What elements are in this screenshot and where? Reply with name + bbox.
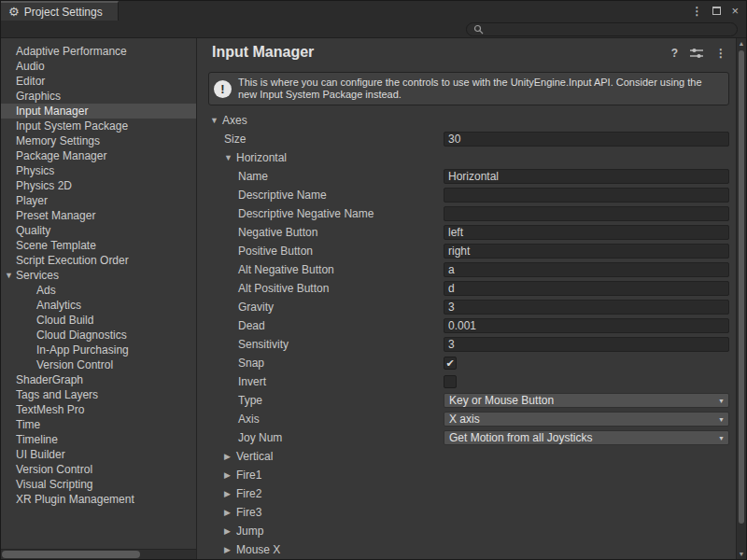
sidebar-item-input-system-package[interactable]: Input System Package (1, 119, 196, 133)
property-label[interactable]: Horizontal (236, 151, 287, 164)
property-label: Descriptive Name (238, 189, 327, 202)
sidebar-item-memory-settings[interactable]: Memory Settings (1, 133, 196, 148)
sidebar-item-ui-builder[interactable]: UI Builder (1, 447, 196, 462)
foldout-open-icon[interactable]: ▼ (224, 153, 236, 162)
property-label: Dead (238, 319, 265, 332)
property-label[interactable]: Jump (236, 525, 263, 538)
sidebar-item-shadergraph[interactable]: ShaderGraph (1, 372, 196, 387)
sidebar-item-cloud-build[interactable]: Cloud Build (1, 313, 196, 328)
panel-menu-icon[interactable]: ⋮ (715, 47, 726, 60)
foldout-closed-icon[interactable]: ▶ (224, 470, 236, 480)
tab-project-settings[interactable]: ⚙ Project Settings (1, 1, 119, 21)
foldout-closed-icon[interactable]: ▶ (224, 526, 236, 536)
property-label[interactable]: Axes (222, 114, 247, 127)
sidebar-item-preset-manager[interactable]: Preset Manager (1, 208, 196, 223)
sidebar-item-editor[interactable]: Editor (1, 74, 196, 89)
dropdown-value: Key or Mouse Button (449, 394, 554, 407)
sidebar-item-audio[interactable]: Audio (1, 59, 196, 74)
sidebar-item-visual-scripting[interactable]: Visual Scripting (1, 477, 196, 492)
sidebar-item-label: Editor (16, 75, 45, 88)
helpbox-text: This is where you can configure the cont… (238, 77, 719, 101)
text-field-size[interactable]: 30 (444, 132, 729, 147)
sidebar-item-xr-plugin-management[interactable]: XR Plugin Management (1, 492, 196, 507)
search-input[interactable] (487, 23, 730, 35)
sidebar-item-version-control[interactable]: Version Control (1, 357, 196, 372)
text-field-gravity[interactable]: 3 (444, 300, 729, 315)
text-field-name[interactable]: Horizontal (444, 169, 729, 184)
sidebar-item-services[interactable]: ▼Services (1, 268, 196, 283)
dropdown-joy-num[interactable]: Get Motion from all Joysticks▼ (444, 430, 729, 445)
property-label[interactable]: Vertical (236, 450, 273, 463)
search-icon (473, 24, 484, 35)
scroll-up-icon[interactable]: ▲ (737, 40, 746, 47)
text-field-sensitivity[interactable]: 3 (444, 337, 729, 352)
sidebar-item-quality[interactable]: Quality (1, 223, 196, 238)
sidebar-horizontal-scrollbar[interactable] (1, 549, 196, 559)
sidebar-item-adaptive-performance[interactable]: Adaptive Performance (1, 44, 196, 59)
sidebar-item-label: Player (16, 194, 48, 207)
scroll-down-icon[interactable]: ▼ (737, 551, 746, 557)
sidebar-item-analytics[interactable]: Analytics (1, 298, 196, 313)
foldout-open-icon[interactable]: ▼ (210, 116, 222, 125)
sidebar-item-timeline[interactable]: Timeline (1, 432, 196, 447)
dropdown-arrow-icon: ▼ (718, 432, 725, 445)
property-label[interactable]: Fire3 (236, 506, 261, 519)
foldout-closed-icon[interactable]: ▶ (224, 545, 236, 554)
sidebar-item-in-app-purchasing[interactable]: In-App Purchasing (1, 343, 196, 357)
text-field-negative-button[interactable]: left (444, 225, 729, 240)
maximize-icon[interactable] (712, 7, 721, 15)
property-row-descriptive-negative-name: Descriptive Negative Name (197, 204, 736, 223)
sidebar-item-package-manager[interactable]: Package Manager (1, 148, 196, 163)
sidebar-item-label: Preset Manager (16, 209, 95, 222)
text-field-alt-positive-button[interactable]: d (444, 281, 729, 296)
sidebar-item-textmesh-pro[interactable]: TextMesh Pro (1, 402, 196, 417)
dropdown-axis[interactable]: X axis▼ (444, 412, 729, 427)
foldout-closed-icon[interactable]: ▶ (224, 489, 236, 498)
foldout-open-icon[interactable]: ▼ (5, 268, 16, 283)
checkbox-snap[interactable]: ✔ (444, 357, 457, 370)
property-label[interactable]: Mouse X (236, 543, 280, 556)
dropdown-type[interactable]: Key or Mouse Button▼ (444, 393, 729, 408)
search-box[interactable] (466, 22, 738, 36)
gear-icon: ⚙ (8, 6, 20, 18)
sidebar-item-tags-and-layers[interactable]: Tags and Layers (1, 387, 196, 402)
sidebar-item-cloud-diagnostics[interactable]: Cloud Diagnostics (1, 328, 196, 343)
property-row-alt-positive-button: Alt Positive Buttond (197, 279, 736, 298)
sidebar-item-ads[interactable]: Ads (1, 283, 196, 298)
sidebar-item-input-manager[interactable]: Input Manager (1, 104, 196, 119)
text-field-positive-button[interactable]: right (444, 244, 729, 259)
sidebar-item-scene-template[interactable]: Scene Template (1, 238, 196, 253)
text-field-alt-negative-button[interactable]: a (444, 262, 729, 277)
sidebar-item-physics[interactable]: Physics (1, 163, 196, 178)
sidebar-item-player[interactable]: Player (1, 193, 196, 208)
text-field-value: left (448, 226, 463, 239)
help-icon[interactable]: ? (671, 47, 678, 60)
property-label[interactable]: Fire2 (236, 487, 261, 500)
sidebar-item-physics-2d[interactable]: Physics 2D (1, 178, 196, 193)
text-field-value: right (448, 245, 470, 258)
scrollbar-handle[interactable] (2, 551, 140, 558)
text-field-descriptive-name[interactable] (444, 188, 729, 203)
text-field-descriptive-negative-name[interactable] (444, 206, 729, 221)
sidebar-item-version-control[interactable]: Version Control (1, 462, 196, 477)
property-row-gravity: Gravity3 (197, 298, 736, 316)
property-label[interactable]: Fire1 (236, 469, 261, 482)
window-menu-icon[interactable]: ⋮ (691, 5, 702, 18)
sidebar-item-time[interactable]: Time (1, 417, 196, 432)
sidebar-item-label: UI Builder (16, 448, 65, 461)
property-row-name: NameHorizontal (197, 167, 736, 186)
close-icon[interactable]: × (731, 4, 739, 18)
sidebar-item-script-execution-order[interactable]: Script Execution Order (1, 253, 196, 268)
property-label: Sensitivity (238, 338, 289, 351)
property-label: Positive Button (238, 245, 313, 258)
sidebar-item-graphics[interactable]: Graphics (1, 89, 196, 104)
vertical-scrollbar[interactable]: ▲ ▼ (736, 38, 746, 559)
text-field-dead[interactable]: 0.001 (444, 318, 729, 333)
foldout-closed-icon[interactable]: ▶ (224, 452, 236, 461)
dropdown-value: Get Motion from all Joysticks (449, 431, 592, 444)
presets-icon[interactable] (690, 48, 703, 59)
sidebar-item-label: Package Manager (16, 149, 106, 162)
checkbox-invert[interactable] (444, 375, 457, 388)
scrollbar-handle[interactable] (739, 50, 744, 524)
foldout-closed-icon[interactable]: ▶ (224, 508, 236, 517)
